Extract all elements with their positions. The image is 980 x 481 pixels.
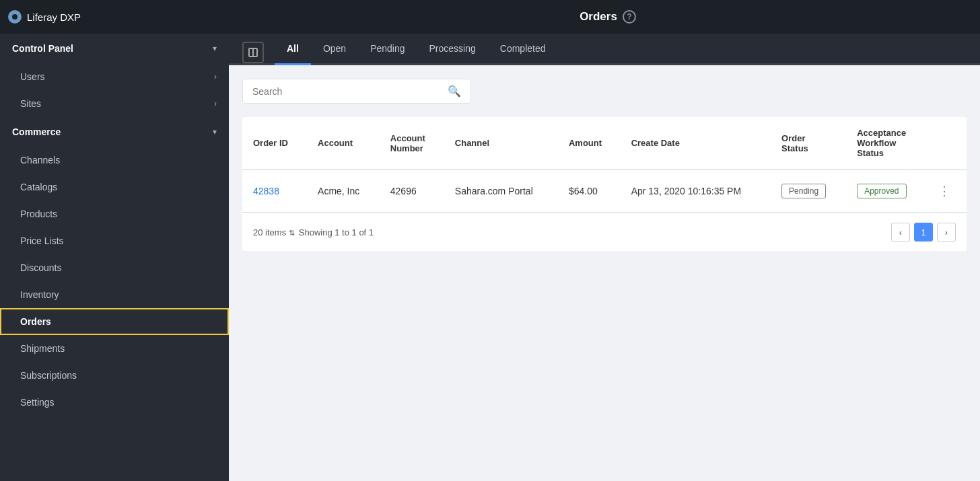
items-count-text: 20 items (253, 227, 286, 237)
sidebar-item-products-label: Products (20, 209, 57, 219)
sidebar-item-catalogs[interactable]: Catalogs (0, 174, 229, 200)
sidebar-item-discounts-label: Discounts (20, 262, 61, 273)
sidebar-item-shipments[interactable]: Shipments (0, 335, 229, 362)
commerce-label: Commerce (12, 126, 61, 137)
control-panel-chevron: ▾ (213, 44, 217, 53)
col-order-id: Order ID (242, 117, 307, 170)
cell-order-id: 42838 (242, 170, 307, 213)
sidebar-item-settings[interactable]: Settings (0, 389, 229, 416)
col-acceptance-workflow-status: AcceptanceWorkflowStatus (846, 117, 927, 170)
sidebar-item-channels-label: Channels (20, 155, 60, 165)
cell-acceptance-workflow-status: Approved (846, 170, 927, 213)
tab-all-label: All (287, 43, 299, 54)
tab-open[interactable]: Open (311, 34, 358, 65)
sidebar-item-orders-label: Orders (20, 316, 51, 327)
tab-completed[interactable]: Completed (488, 34, 558, 65)
page-1-label: 1 (921, 227, 925, 237)
pagination-bar: 20 items ⇅ Showing 1 to 1 of 1 ‹ 1 › (242, 213, 967, 251)
table-row[interactable]: 42838 Acme, Inc 42696 Sahara.com Portal … (242, 170, 967, 213)
cell-channel: Sahara.com Portal (444, 170, 558, 213)
sidebar-item-inventory-label: Inventory (20, 289, 59, 300)
liferay-logo-icon (8, 10, 22, 24)
cell-account-number: 42696 (380, 170, 444, 213)
sidebar-item-users-label: Users (20, 71, 45, 82)
sidebar-item-sites[interactable]: Sites › (0, 90, 229, 117)
sidebar: Control Panel ▾ Users › Sites › Commerce… (0, 34, 229, 481)
search-input[interactable] (252, 86, 442, 97)
tab-processing[interactable]: Processing (417, 34, 488, 65)
tab-processing-label: Processing (429, 43, 476, 54)
col-account: Account (307, 117, 380, 170)
help-icon[interactable]: ? (623, 10, 636, 24)
prev-page-button[interactable]: ‹ (891, 223, 910, 242)
col-create-date: Create Date (621, 117, 771, 170)
pagination-left: 20 items ⇅ Showing 1 to 1 of 1 (253, 227, 374, 237)
table-header-row: Order ID Account AccountNumber Channel A… (242, 117, 967, 170)
sidebar-item-inventory[interactable]: Inventory (0, 281, 229, 308)
orders-table-container: Order ID Account AccountNumber Channel A… (242, 117, 967, 251)
control-panel-section[interactable]: Control Panel ▾ (0, 34, 229, 63)
topbar-logo: Liferay DXP (8, 10, 237, 24)
tabs-bar: All Open Pending Processing Completed (229, 34, 980, 65)
sites-chevron-icon: › (214, 99, 217, 108)
col-account-number: AccountNumber (380, 117, 444, 170)
next-page-button[interactable]: › (937, 223, 956, 242)
col-amount: Amount (558, 117, 621, 170)
panel-toggle-button[interactable] (242, 42, 264, 63)
search-icon[interactable]: 🔍 (448, 85, 461, 98)
sidebar-item-subscriptions-label: Subscriptions (20, 370, 77, 381)
cell-amount: $64.00 (558, 170, 621, 213)
sidebar-item-products[interactable]: Products (0, 200, 229, 227)
col-actions (928, 117, 967, 170)
workflow-status-badge: Approved (857, 184, 906, 198)
sidebar-item-subscriptions[interactable]: Subscriptions (0, 362, 229, 389)
tab-completed-label: Completed (500, 43, 546, 54)
content-area: 🔍 Order ID Account AccountNumber Channel… (229, 65, 980, 481)
col-order-status: OrderStatus (771, 117, 846, 170)
row-actions-icon[interactable]: ⋮ (938, 184, 951, 198)
showing-text: Showing 1 to 1 of 1 (299, 227, 374, 237)
panel-toggle-icon (248, 48, 258, 57)
page-title: Orders (580, 10, 617, 24)
items-count[interactable]: 20 items ⇅ (253, 227, 295, 237)
tab-pending[interactable]: Pending (358, 34, 417, 65)
orders-table: Order ID Account AccountNumber Channel A… (242, 117, 967, 213)
page-1-button[interactable]: 1 (914, 223, 933, 242)
main-content: All Open Pending Processing Completed 🔍 … (229, 34, 980, 481)
search-bar: 🔍 (242, 79, 471, 104)
app-name: Liferay DXP (27, 11, 81, 23)
commerce-chevron-icon: ▾ (213, 127, 217, 137)
tab-all[interactable]: All (275, 34, 311, 65)
commerce-section[interactable]: Commerce ▾ (0, 117, 229, 147)
sidebar-item-users[interactable]: Users › (0, 63, 229, 90)
control-panel-label: Control Panel (12, 43, 73, 54)
tab-pending-label: Pending (370, 43, 405, 54)
users-chevron-icon: › (214, 72, 217, 81)
sidebar-item-price-lists[interactable]: Price Lists (0, 227, 229, 254)
sidebar-item-price-lists-label: Price Lists (20, 235, 64, 246)
cell-account: Acme, Inc (307, 170, 380, 213)
tab-open-label: Open (323, 43, 346, 54)
sidebar-item-shipments-label: Shipments (20, 343, 65, 354)
sidebar-item-channels[interactable]: Channels (0, 147, 229, 174)
sidebar-item-orders[interactable]: Orders (0, 308, 229, 335)
sidebar-item-discounts[interactable]: Discounts (0, 254, 229, 281)
sidebar-item-sites-label: Sites (20, 98, 41, 109)
cell-order-status: Pending (771, 170, 846, 213)
col-channel: Channel (444, 117, 558, 170)
page-title-container: Orders ? (244, 10, 972, 24)
cell-row-actions[interactable]: ⋮ (928, 170, 967, 213)
items-count-arrow-icon: ⇅ (289, 229, 295, 237)
order-status-badge: Pending (781, 184, 826, 198)
sidebar-item-settings-label: Settings (20, 397, 55, 408)
sidebar-item-catalogs-label: Catalogs (20, 182, 57, 192)
pagination-right: ‹ 1 › (891, 223, 956, 242)
cell-create-date: Apr 13, 2020 10:16:35 PM (621, 170, 771, 213)
topbar: Liferay DXP Orders ? (0, 0, 980, 34)
